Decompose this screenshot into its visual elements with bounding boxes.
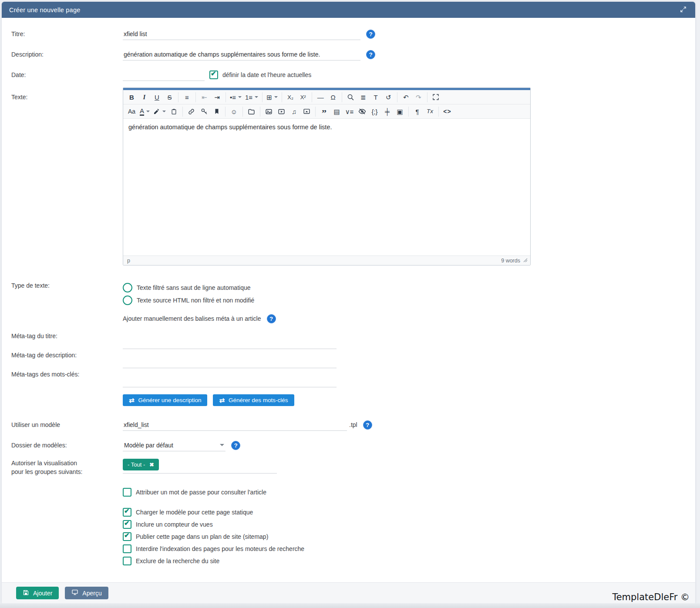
chevron-down-icon bbox=[162, 111, 166, 112]
option-checkbox[interactable] bbox=[123, 557, 131, 565]
tb-indent[interactable]: ⇥ bbox=[211, 91, 223, 103]
option-checkbox-row-2[interactable]: Publier cette page dans un plan de site … bbox=[123, 531, 695, 543]
password-checkbox[interactable] bbox=[123, 488, 131, 497]
tb-bullet-list[interactable]: •≡ bbox=[228, 91, 243, 103]
tb-show-invisible[interactable]: ¶ bbox=[411, 106, 424, 118]
option-checkbox-row-4[interactable]: Exclure de la recherche du site bbox=[123, 555, 695, 567]
tb-page-break[interactable]: ╪ bbox=[381, 106, 394, 118]
redo-icon: ↷ bbox=[416, 94, 421, 101]
tb-bold[interactable]: B bbox=[125, 91, 138, 103]
help-icon[interactable]: ? bbox=[366, 50, 375, 59]
option-checkbox-row-0[interactable]: Charger le modèle pour cette page statiq… bbox=[123, 506, 695, 518]
chevron-down-icon bbox=[274, 96, 278, 98]
tb-restore-draft[interactable]: ↺ bbox=[382, 91, 395, 103]
tb-insert-image[interactable] bbox=[262, 106, 275, 118]
tb-spoiler[interactable]: ▤ bbox=[330, 106, 343, 118]
tb-emoticons[interactable]: ☺ bbox=[228, 106, 240, 118]
tb-insert-audio[interactable]: ♫ bbox=[288, 106, 300, 118]
outdent-icon: ⇤ bbox=[202, 94, 207, 101]
tb-anchor[interactable] bbox=[210, 106, 223, 118]
protected-link-icon bbox=[201, 108, 208, 115]
tb-hidden-text[interactable] bbox=[356, 106, 368, 118]
generate-keywords-button[interactable]: ⇄Générer des mots-clés bbox=[213, 394, 294, 406]
toolbar-separator bbox=[262, 92, 262, 102]
tb-highlight[interactable] bbox=[151, 106, 168, 118]
meta-description-input[interactable] bbox=[123, 356, 337, 368]
date-input[interactable] bbox=[123, 69, 205, 81]
tb-outdent[interactable]: ⇤ bbox=[198, 91, 211, 103]
special-character-icon: Ω bbox=[331, 94, 336, 101]
help-icon[interactable]: ? bbox=[366, 30, 375, 39]
tb-superscript[interactable]: X² bbox=[297, 91, 310, 103]
horizontal-rule-icon: — bbox=[317, 94, 324, 101]
template-folder-select[interactable]: Modèle par défaut bbox=[123, 440, 225, 451]
tb-horizontal-rule[interactable]: — bbox=[314, 91, 327, 103]
monitor-icon bbox=[71, 589, 78, 597]
help-icon[interactable]: ? bbox=[267, 314, 276, 323]
chevron-down-icon bbox=[238, 96, 242, 98]
tb-undo[interactable]: ↶ bbox=[400, 91, 412, 103]
tb-redo[interactable]: ↷ bbox=[412, 91, 425, 103]
help-icon[interactable]: ? bbox=[363, 420, 372, 430]
description-input[interactable] bbox=[123, 49, 360, 60]
indent-icon: ⇥ bbox=[214, 94, 220, 101]
tb-clear-format[interactable]: Tx bbox=[424, 106, 436, 118]
tb-toggle-list[interactable]: ∨≡ bbox=[343, 106, 356, 118]
option-checkbox[interactable] bbox=[123, 520, 131, 529]
option-checkbox[interactable] bbox=[123, 532, 131, 541]
option-checkbox-row-3[interactable]: Interdire l'indexation des pages pour le… bbox=[123, 543, 695, 555]
fieldset-icon: ▣ bbox=[397, 108, 403, 115]
tb-numbered-list[interactable]: 1≡ bbox=[243, 91, 260, 103]
meta-keywords-input[interactable] bbox=[123, 376, 337, 387]
option-checkbox-row-1[interactable]: Inclure un compteur de vues bbox=[123, 518, 695, 531]
generate-description-button[interactable]: ⇄Générer une description bbox=[123, 394, 207, 406]
radio-icon[interactable] bbox=[123, 296, 132, 305]
search-icon bbox=[347, 94, 354, 101]
tb-search[interactable] bbox=[344, 91, 357, 103]
tb-font-case[interactable]: Aa bbox=[125, 106, 138, 118]
tb-blockquote[interactable]: ” bbox=[318, 106, 330, 118]
tb-source-code[interactable]: <> bbox=[441, 106, 454, 118]
page-break-icon: ╪ bbox=[385, 108, 390, 115]
option-checkbox[interactable] bbox=[123, 508, 131, 517]
resize-grip-icon[interactable] bbox=[523, 258, 528, 264]
toolbar-separator bbox=[260, 107, 260, 117]
text-type-radio-option-0[interactable]: Texte filtré sans saut de ligne automati… bbox=[123, 281, 254, 294]
tb-underline[interactable]: U bbox=[151, 91, 163, 103]
text-type-radio-option-1[interactable]: Texte source HTML non filtré et non modi… bbox=[123, 294, 254, 306]
editor-content[interactable]: génération automatique de champs supplém… bbox=[123, 119, 530, 255]
tb-align-center[interactable]: ≡ bbox=[181, 91, 193, 103]
add-button[interactable]: Ajouter bbox=[16, 587, 59, 599]
current-date-checkbox[interactable] bbox=[209, 71, 218, 79]
option-checkbox[interactable] bbox=[123, 544, 131, 553]
toolbar-separator bbox=[225, 107, 225, 117]
help-icon[interactable]: ? bbox=[231, 441, 240, 450]
tb-special-character[interactable]: Ω bbox=[327, 91, 340, 103]
chip-close-icon[interactable]: ✖ bbox=[149, 461, 154, 468]
tb-strikethrough[interactable]: S bbox=[163, 91, 176, 103]
tb-link[interactable] bbox=[185, 106, 198, 118]
tb-fieldset[interactable]: ▣ bbox=[394, 106, 406, 118]
groups-input[interactable]: - Tout - ✖ bbox=[123, 459, 277, 474]
tb-format-text[interactable]: T bbox=[370, 91, 382, 103]
tb-text-color[interactable]: A bbox=[138, 106, 151, 118]
tb-italic[interactable]: I bbox=[138, 91, 151, 103]
tb-fullscreen[interactable] bbox=[430, 91, 442, 103]
tb-insert-media[interactable] bbox=[300, 106, 313, 118]
title-input[interactable] bbox=[123, 28, 360, 40]
tb-file-manager[interactable] bbox=[245, 106, 258, 118]
tb-paste[interactable] bbox=[168, 106, 180, 118]
expand-button[interactable] bbox=[679, 5, 688, 15]
tb-subscript[interactable]: X₂ bbox=[284, 91, 297, 103]
tb-insert-video[interactable] bbox=[275, 106, 288, 118]
tb-protected-link[interactable] bbox=[198, 106, 210, 118]
preview-button[interactable]: Aperçu bbox=[65, 587, 108, 599]
tb-shortcode[interactable]: {;} bbox=[368, 106, 381, 118]
radio-icon[interactable] bbox=[123, 283, 132, 292]
meta-note-text: Ajouter manuellement des balises méta à … bbox=[123, 315, 261, 322]
tb-visual-blocks[interactable]: ≣ bbox=[357, 91, 370, 103]
element-path[interactable]: p bbox=[127, 258, 130, 264]
meta-title-input[interactable] bbox=[123, 337, 337, 349]
tb-table[interactable]: ⊞ bbox=[265, 91, 279, 103]
template-input[interactable] bbox=[123, 419, 347, 431]
